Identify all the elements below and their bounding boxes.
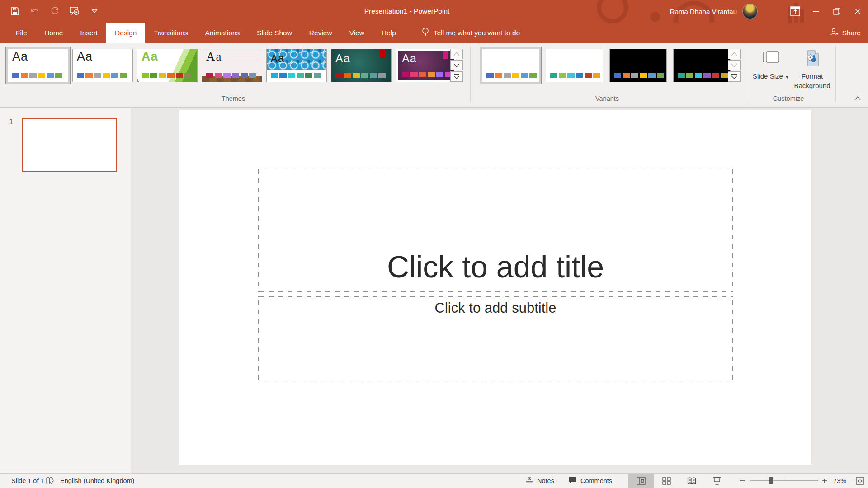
themes-scroll-down-icon[interactable] [450, 60, 463, 70]
slide-size-icon [762, 50, 781, 70]
color-swatch [241, 73, 248, 78]
zoom-slider-track[interactable] [750, 480, 818, 481]
theme-thumbnail[interactable]: Aa [8, 49, 68, 82]
tab-transitions[interactable]: Transitions [145, 23, 196, 43]
variants-gallery-scroll [728, 49, 741, 82]
themes-group-label: Themes [222, 95, 245, 102]
slide-thumbnail-1[interactable] [22, 118, 117, 172]
close-button[interactable] [847, 0, 868, 23]
themes-scroll-up-icon[interactable] [450, 49, 463, 59]
subtitle-placeholder[interactable]: Click to add subtitle [258, 296, 733, 382]
collapse-ribbon-icon[interactable] [852, 93, 863, 103]
theme-aa-sample: Aa [142, 50, 158, 64]
color-swatch [120, 73, 127, 78]
color-swatch [410, 72, 418, 77]
color-swatch [678, 73, 685, 78]
slide-sorter-view-button[interactable] [654, 474, 679, 488]
ribbon-display-options-icon[interactable] [785, 0, 806, 23]
tab-home[interactable]: Home [36, 23, 71, 43]
theme-aa-sample: Aa [206, 50, 222, 64]
notes-label: Notes [537, 477, 554, 484]
theme-thumbnail[interactable]: Aa [331, 49, 392, 82]
user-name[interactable]: Rama Dhana Virantau [670, 8, 737, 15]
themes-gallery-scroll [450, 49, 463, 82]
color-swatch [85, 73, 93, 78]
zoom-out-button[interactable] [740, 474, 745, 488]
share-label: Share [842, 29, 861, 37]
avatar[interactable] [742, 4, 758, 19]
slide-canvas[interactable]: Click to add title Click to add subtitle [179, 110, 811, 465]
color-swatch [686, 73, 693, 78]
restore-button[interactable] [826, 0, 847, 23]
theme-thumbnail[interactable]: Aa [202, 49, 262, 82]
color-swatch [249, 73, 256, 78]
tell-me-box[interactable]: Tell me what you want to do [422, 23, 520, 43]
tab-design[interactable]: Design [106, 23, 145, 43]
language-indicator[interactable]: English (United Kingdom) [60, 474, 134, 488]
themes-gallery: AaAaAaAaAaAaAa [8, 49, 456, 82]
theme-thumbnail[interactable]: Aa [396, 49, 456, 82]
color-swatch [232, 73, 239, 78]
color-swatch [77, 73, 84, 78]
theme-aa-sample: Aa [271, 53, 285, 65]
customize-qat-chevron-icon[interactable] [88, 5, 101, 18]
share-person-icon [830, 28, 839, 38]
notes-button[interactable]: Notes [525, 474, 554, 488]
normal-view-button[interactable] [628, 474, 654, 488]
comments-button[interactable]: Comments [568, 474, 612, 488]
color-swatch [428, 72, 435, 77]
tab-file[interactable]: File [7, 23, 36, 43]
variant-thumbnail[interactable] [482, 49, 539, 82]
zoom-slider-thumb[interactable] [769, 477, 773, 484]
slide-show-view-button[interactable] [704, 474, 730, 488]
slide-size-label: Slide Size [753, 72, 783, 80]
tab-view[interactable]: View [341, 23, 373, 43]
color-swatch [495, 73, 502, 78]
tab-insert[interactable]: Insert [71, 23, 106, 43]
tab-review[interactable]: Review [301, 23, 341, 43]
theme-thumbnail[interactable]: Aa [266, 49, 327, 82]
slide-indicator[interactable]: Slide 1 of 1 [11, 474, 44, 488]
color-swatch [150, 73, 157, 78]
color-swatch [576, 73, 583, 78]
workspace: 1 Click to add title Click to add subtit… [0, 108, 868, 473]
minimize-button[interactable] [806, 0, 826, 23]
color-swatch [271, 73, 278, 78]
variants-scroll-up-icon[interactable] [728, 49, 741, 59]
color-swatch [206, 73, 213, 78]
status-bar: Slide 1 of 1 English (United Kingdom) No… [0, 473, 868, 488]
color-swatch [12, 73, 19, 78]
title-bar: Presentation1 - PowerPoint Rama Dhana Vi… [0, 0, 868, 23]
share-button[interactable]: Share [830, 23, 861, 43]
save-icon[interactable] [8, 5, 22, 18]
variant-thumbnail[interactable] [546, 49, 603, 82]
variant-thumbnail[interactable] [609, 49, 667, 82]
tab-slide-show[interactable]: Slide Show [248, 23, 301, 43]
tab-animations[interactable]: Animations [197, 23, 249, 43]
variants-more-icon[interactable] [728, 71, 741, 82]
color-swatch [55, 73, 62, 78]
variants-scroll-down-icon[interactable] [728, 60, 741, 70]
themes-more-icon[interactable] [450, 71, 463, 82]
subtitle-placeholder-text: Click to add subtitle [435, 300, 557, 316]
theme-thumbnail[interactable]: Aa [72, 49, 133, 82]
color-swatch [559, 73, 566, 78]
theme-thumbnail[interactable]: Aa [137, 49, 198, 82]
title-placeholder[interactable]: Click to add title [258, 169, 733, 292]
zoom-level[interactable]: 73% [833, 474, 846, 488]
variant-thumbnail[interactable] [673, 49, 731, 82]
color-swatch [314, 73, 321, 78]
undo-icon [28, 5, 42, 18]
color-swatch [167, 73, 175, 78]
start-from-beginning-icon[interactable] [68, 5, 81, 18]
lightbulb-icon [422, 27, 429, 39]
zoom-in-button[interactable] [822, 474, 827, 488]
tab-help[interactable]: Help [373, 23, 405, 43]
reading-view-button[interactable] [679, 474, 704, 488]
color-swatch [111, 73, 118, 78]
spellcheck-icon[interactable] [45, 474, 54, 488]
color-swatch [21, 73, 28, 78]
color-swatch [695, 73, 702, 78]
color-swatch [623, 73, 630, 78]
fit-slide-to-window-icon[interactable] [856, 474, 864, 488]
